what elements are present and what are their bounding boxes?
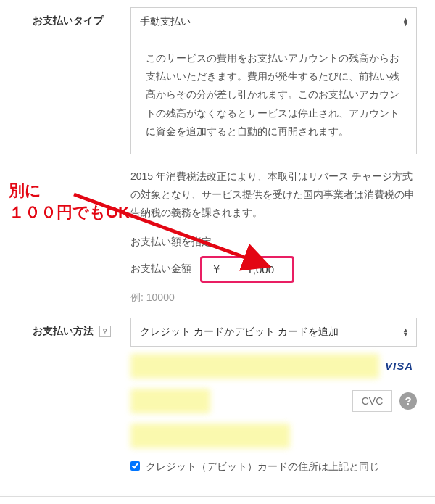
payment-type-value: 手動支払い: [140, 15, 191, 27]
card-name-field[interactable]: [130, 424, 290, 448]
same-address-checkbox-row[interactable]: クレジット（デビット）カードの住所は上記と同じ: [130, 458, 417, 474]
help-icon[interactable]: ?: [99, 326, 111, 337]
payment-method-label: お支払い方法: [33, 325, 94, 336]
same-address-label: クレジット（デビット）カードの住所は上記と同じ: [146, 458, 379, 474]
visa-icon: VISA: [385, 360, 417, 372]
amount-section-title: お支払い額を指定: [130, 236, 417, 249]
currency-symbol: ￥: [211, 263, 222, 276]
card-expiry-field[interactable]: [130, 389, 210, 413]
chevron-up-down-icon: ▲▼: [402, 17, 409, 26]
payment-type-select[interactable]: 手動支払い ▲▼: [130, 7, 417, 36]
chevron-up-down-icon: ▲▼: [402, 328, 409, 336]
bottom-divider: [0, 496, 435, 497]
payment-type-label: お支払いタイプ: [33, 7, 130, 28]
card-number-field[interactable]: [130, 354, 379, 379]
payment-method-select[interactable]: クレジット カードかデビット カードを追加 ▲▼: [130, 318, 417, 347]
amount-input-highlight: ￥: [200, 256, 294, 283]
payment-method-value: クレジット カードかデビット カードを追加: [140, 326, 339, 337]
amount-input[interactable]: [231, 263, 274, 276]
cvc-help-icon[interactable]: ?: [399, 392, 417, 410]
cvc-input[interactable]: [352, 390, 392, 412]
amount-example: 例: 10000: [130, 292, 417, 305]
same-address-checkbox[interactable]: [130, 461, 140, 471]
tax-notice: 2015 年消費税法改正により、本取引はリバース チャージ方式の対象となり、サー…: [130, 168, 417, 223]
amount-label: お支払い金額: [130, 263, 191, 276]
payment-type-description: このサービスの費用をお支払いアカウントの残高からお支払いいただきます。費用が発生…: [130, 36, 417, 154]
